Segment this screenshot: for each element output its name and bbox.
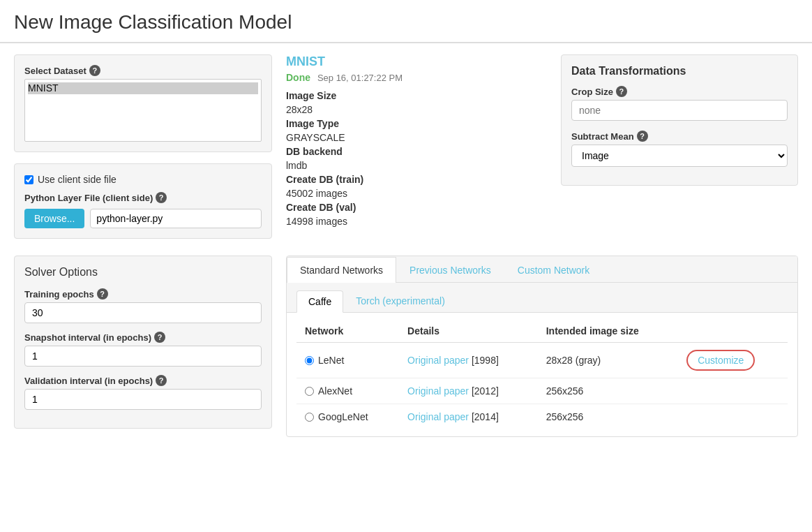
subtract-mean-help-icon[interactable]: ? <box>637 131 648 142</box>
alexnet-paper-link[interactable]: Original paper <box>407 385 469 397</box>
training-epochs-input[interactable] <box>24 302 262 323</box>
use-client-side-label[interactable]: Use client side file <box>38 174 116 185</box>
training-epochs-group: Training epochs ? <box>24 288 262 323</box>
tab-caffe[interactable]: Caffe <box>296 290 343 313</box>
crop-size-label: Crop Size <box>571 87 613 97</box>
googlenet-paper-link[interactable]: Original paper <box>407 411 469 422</box>
subtract-mean-select[interactable]: None Image Pixel <box>571 145 788 167</box>
tab-torch[interactable]: Torch (experimental) <box>345 290 456 312</box>
image-size-label: Image Size <box>286 90 336 101</box>
network-inner-tabs: Caffe Torch (experimental) <box>287 283 797 313</box>
alexnet-radio[interactable] <box>305 387 314 396</box>
col-actions <box>678 320 788 343</box>
network-card: Standard Networks Previous Networks Cust… <box>286 256 798 437</box>
table-row: GoogLeNet Original paper [2014] 256x256 <box>296 404 788 430</box>
snapshot-interval-input[interactable] <box>24 346 262 367</box>
transforms-card: Data Transformations Crop Size ? Subtrac… <box>561 54 798 186</box>
validation-interval-help-icon[interactable]: ? <box>156 375 167 386</box>
googlenet-radio[interactable] <box>305 413 314 422</box>
googlenet-radio-label[interactable]: GoogLeNet <box>305 411 391 422</box>
dataset-help-icon[interactable]: ? <box>89 65 100 76</box>
crop-size-group: Crop Size ? <box>571 86 788 121</box>
network-table: Network Details Intended image size <box>296 320 788 429</box>
python-layer-help-icon[interactable]: ? <box>156 192 167 203</box>
browse-button[interactable]: Browse... <box>24 209 84 228</box>
lenet-paper-link[interactable]: Original paper <box>407 355 469 366</box>
browse-row: Browse... <box>24 209 262 228</box>
create-db-val-value: 14998 images <box>286 216 347 227</box>
crop-size-help-icon[interactable]: ? <box>616 86 627 97</box>
python-layer-label: Python Layer File (client side) ? <box>24 192 262 203</box>
googlenet-image-size: 256x256 <box>538 404 679 430</box>
dataset-date: Sep 16, 01:27:22 PM <box>317 73 403 83</box>
tab-standard-networks[interactable]: Standard Networks <box>287 257 396 283</box>
create-db-train-value: 45002 images <box>286 188 347 199</box>
client-side-card: Use client side file Python Layer File (… <box>14 163 272 239</box>
transforms-title: Data Transformations <box>571 65 788 77</box>
dataset-card: Select Dataset ? MNIST <box>14 54 272 152</box>
alexnet-year: [2012] <box>472 385 499 397</box>
image-type-label: Image Type <box>286 118 339 129</box>
network-table-wrapper: Network Details Intended image size <box>287 313 797 436</box>
snapshot-interval-label: Snapshot interval (in epochs) <box>24 332 151 343</box>
dataset-label: Select Dataset ? <box>24 65 262 76</box>
use-client-side-checkbox[interactable] <box>24 175 33 184</box>
solver-card: Solver Options Training epochs ? Snapsho… <box>14 256 272 429</box>
solver-title: Solver Options <box>24 266 262 279</box>
lenet-radio[interactable] <box>305 356 314 365</box>
page-title: New Image Classification Model <box>0 0 812 43</box>
db-backend-label: DB backend <box>286 146 343 157</box>
training-epochs-label: Training epochs <box>24 289 94 300</box>
col-image-size: Intended image size <box>538 320 679 343</box>
lenet-name: LeNet <box>318 355 344 366</box>
table-row: LeNet Original paper [1998] 28x28 (gray)… <box>296 343 788 378</box>
lenet-year: [1998] <box>472 355 499 366</box>
googlenet-name: GoogLeNet <box>318 411 368 422</box>
create-db-train-label: Create DB (train) <box>286 174 363 185</box>
googlenet-year: [2014] <box>472 411 499 422</box>
subtract-mean-group: Subtract Mean ? None Image Pixel <box>571 131 788 167</box>
lenet-radio-label[interactable]: LeNet <box>305 355 391 366</box>
validation-interval-label: Validation interval (in epochs) <box>24 376 153 386</box>
col-details: Details <box>399 320 538 343</box>
validation-interval-input[interactable] <box>24 389 262 410</box>
dataset-select[interactable]: MNIST <box>24 79 262 142</box>
alexnet-radio-label[interactable]: AlexNet <box>305 385 391 397</box>
col-network: Network <box>296 320 399 343</box>
tab-previous-networks[interactable]: Previous Networks <box>396 257 504 283</box>
alexnet-name: AlexNet <box>318 385 352 397</box>
snapshot-interval-group: Snapshot interval (in epochs) ? <box>24 332 262 367</box>
tab-custom-network[interactable]: Custom Network <box>504 257 603 283</box>
table-row: AlexNet Original paper [2012] 256x256 <box>296 378 788 404</box>
image-type-value: GRAYSCALE <box>286 132 345 143</box>
use-client-side-row: Use client side file <box>24 174 262 185</box>
crop-size-input[interactable] <box>571 100 788 121</box>
create-db-val-label: Create DB (val) <box>286 202 356 213</box>
snapshot-interval-help-icon[interactable]: ? <box>154 332 165 343</box>
dataset-status: Done <box>286 72 310 83</box>
subtract-mean-label: Subtract Mean <box>571 131 634 142</box>
validation-interval-group: Validation interval (in epochs) ? <box>24 375 262 410</box>
dataset-option-mnist[interactable]: MNIST <box>28 82 258 94</box>
lenet-customize-button[interactable]: Customize <box>686 350 755 371</box>
dataset-info-table: Image Size 28x28 Image Type GRAYSCALE DB… <box>286 90 547 227</box>
training-epochs-help-icon[interactable]: ? <box>97 288 108 300</box>
dataset-info: MNIST Done Sep 16, 01:27:22 PM Image Siz… <box>286 54 547 239</box>
dataset-name: MNIST <box>286 54 547 69</box>
alexnet-image-size: 256x256 <box>538 378 679 404</box>
network-outer-tabs: Standard Networks Previous Networks Cust… <box>287 256 797 283</box>
file-input[interactable] <box>90 209 262 228</box>
lenet-image-size: 28x28 (gray) <box>538 343 679 378</box>
db-backend-value: lmdb <box>286 160 307 171</box>
image-size-value: 28x28 <box>286 104 313 115</box>
